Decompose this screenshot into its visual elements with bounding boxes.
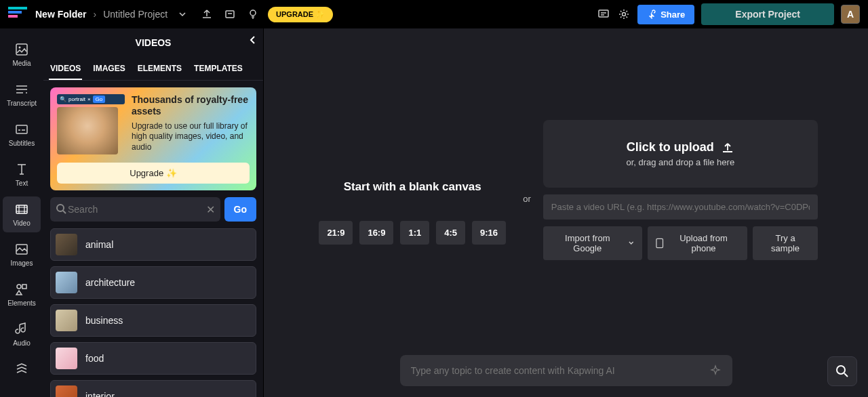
category-architecture[interactable]: architecture <box>50 266 256 299</box>
promo-upgrade-button[interactable]: Upgrade ✨ <box>57 163 250 184</box>
avatar[interactable]: A <box>841 5 860 24</box>
category-food[interactable]: food <box>50 342 256 375</box>
tab-templates[interactable]: TEMPLATES <box>193 58 244 80</box>
category-thumb <box>56 272 77 293</box>
collapse-panel-button[interactable] <box>248 35 258 45</box>
sidebar-item-label: Images <box>11 259 33 267</box>
sidebar-item-label: Subtitles <box>9 140 35 147</box>
sidebar-item-subtitles[interactable]: Subtitles <box>3 117 41 152</box>
category-label: food <box>85 353 104 364</box>
ai-prompt-input[interactable] <box>411 365 709 376</box>
folder-name[interactable]: New Folder <box>35 9 86 20</box>
promo-search-example: 🔍portrait×Go <box>57 94 125 104</box>
ratio-16-9[interactable]: 16:9 <box>359 221 393 245</box>
category-label: business <box>85 315 123 326</box>
chevron-right-icon: › <box>93 9 96 20</box>
svg-point-6 <box>26 92 27 93</box>
search-fab[interactable] <box>827 356 857 386</box>
upgrade-button[interactable]: UPGRADE ✨ <box>268 7 333 22</box>
svg-point-1 <box>250 10 256 16</box>
sidebar-item-label: Text <box>16 180 28 187</box>
phone-icon <box>656 238 663 249</box>
media-panel: VIDEOS VIDEOS IMAGES ELEMENTS TEMPLATES … <box>43 28 264 397</box>
upload-sub: or, drag and drop a file here <box>626 157 734 167</box>
breadcrumb: New Folder › Untitled Project <box>35 9 167 20</box>
sidebar-item-label: Video <box>13 220 30 227</box>
upgrade-promo: 🔍portrait×Go Thousands of royalty-free a… <box>50 87 256 190</box>
ai-prompt-bar[interactable] <box>400 355 732 386</box>
sidebar-item-images[interactable]: Images <box>3 236 41 272</box>
project-name[interactable]: Untitled Project <box>103 9 167 20</box>
category-label: interior <box>85 391 115 397</box>
logo[interactable] <box>8 7 27 22</box>
tab-images[interactable]: IMAGES <box>92 58 126 80</box>
upload-title: Click to upload <box>627 140 714 154</box>
sidebar-item-more[interactable] <box>3 356 41 382</box>
tab-videos[interactable]: VIDEOS <box>49 58 82 80</box>
chevron-down-icon[interactable] <box>176 7 189 21</box>
canvas-area: Start with a blank canvas 21:916:91:14:5… <box>264 28 868 397</box>
lightbulb-icon[interactable] <box>246 7 260 21</box>
search-input[interactable] <box>68 204 206 215</box>
svg-rect-11 <box>22 285 26 289</box>
sidebar-item-media[interactable]: Media <box>3 37 41 72</box>
sidebar-item-transcript[interactable]: Transcript <box>3 77 41 112</box>
chevron-down-icon <box>628 240 635 247</box>
svg-rect-0 <box>226 11 234 18</box>
category-thumb <box>56 234 77 255</box>
start-title: Start with a blank canvas <box>344 180 481 194</box>
sidebar-item-video[interactable]: Video <box>3 196 41 232</box>
clear-icon[interactable]: ✕ <box>206 203 215 216</box>
sidebar-item-label: Audio <box>13 339 31 347</box>
category-business[interactable]: business <box>50 304 256 337</box>
sidebar-item-label: Elements <box>7 299 36 307</box>
upload-dropzone[interactable]: Click to upload or, drag and drop a file… <box>543 120 818 188</box>
ratio-9-16[interactable]: 9:16 <box>472 221 506 245</box>
svg-rect-7 <box>16 125 27 133</box>
promo-desc: Upgrade to use our full library of high … <box>132 121 250 153</box>
category-thumb <box>56 348 77 369</box>
category-animal[interactable]: animal <box>50 228 256 261</box>
upload-phone-button[interactable]: Upload from phone <box>648 226 747 260</box>
sparkle-icon <box>709 364 722 377</box>
search-icon <box>56 203 68 215</box>
category-label: architecture <box>85 277 135 288</box>
sidebar-item-audio[interactable]: Audio <box>3 316 41 352</box>
import-google-button[interactable]: Import from Google <box>543 226 643 260</box>
category-thumb <box>56 385 77 397</box>
svg-rect-2 <box>599 10 608 17</box>
ratio-4-5[interactable]: 4:5 <box>436 221 465 245</box>
category-interior[interactable]: interior <box>50 380 256 397</box>
svg-point-12 <box>57 205 64 211</box>
svg-rect-8 <box>16 205 27 213</box>
share-label: Share <box>660 9 685 20</box>
sidebar-item-elements[interactable]: Elements <box>3 276 41 312</box>
sidebar-item-text[interactable]: Text <box>3 156 41 192</box>
comment-icon[interactable] <box>597 7 610 21</box>
share-button[interactable]: Share <box>637 5 694 24</box>
export-button[interactable]: Export Project <box>701 3 834 25</box>
tab-elements[interactable]: ELEMENTS <box>136 58 183 80</box>
promo-title: Thousands of royalty-free assets <box>132 94 250 117</box>
ratio-1-1[interactable]: 1:1 <box>400 221 429 245</box>
panel-tabs: VIDEOS IMAGES ELEMENTS TEMPLATES <box>43 57 263 81</box>
search-go-button[interactable]: Go <box>224 197 256 222</box>
search-box[interactable]: ✕ <box>50 197 220 222</box>
or-divider: or <box>523 194 531 231</box>
category-label: animal <box>85 239 113 250</box>
ratio-21-9[interactable]: 21:9 <box>319 221 353 245</box>
try-sample-button[interactable]: Try a sample <box>753 226 817 260</box>
svg-rect-13 <box>656 238 663 247</box>
upload-icon <box>721 141 734 154</box>
svg-point-3 <box>623 13 626 16</box>
left-rail: Media Transcript Subtitles Text Video Im… <box>0 28 43 397</box>
category-thumb <box>56 310 77 331</box>
svg-point-10 <box>17 285 21 289</box>
brand-kit-icon[interactable] <box>223 7 237 21</box>
promo-image <box>57 107 118 154</box>
gear-icon[interactable] <box>617 7 631 21</box>
video-url-input[interactable] <box>543 194 818 220</box>
sidebar-item-label: Media <box>12 60 31 67</box>
svg-point-14 <box>837 366 845 374</box>
upload-icon[interactable] <box>200 7 214 21</box>
